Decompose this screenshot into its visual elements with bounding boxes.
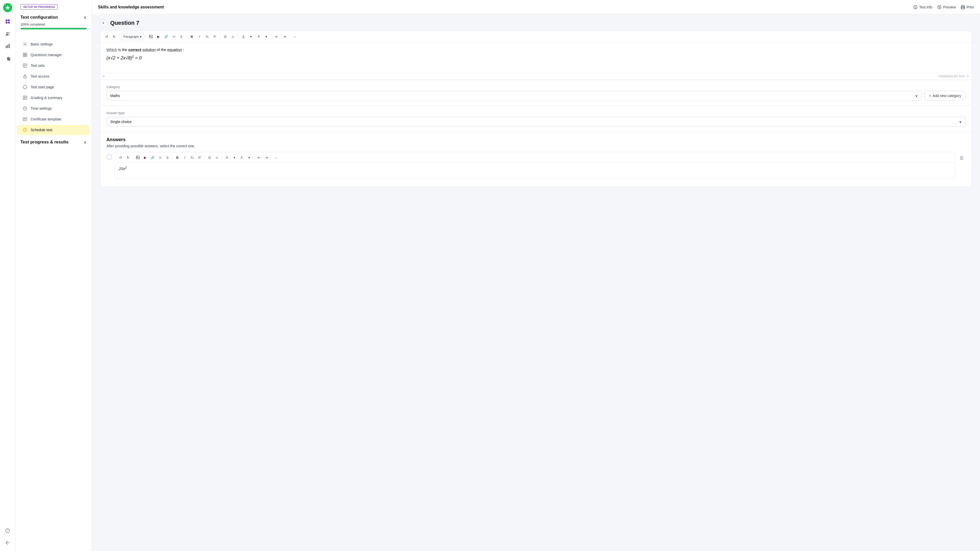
questions-manager-icon — [22, 52, 27, 57]
analytics-icon[interactable] — [3, 41, 13, 51]
progress-label: 100% completed — [21, 22, 86, 26]
link-button[interactable]: 🔗 — [162, 33, 170, 40]
undo-button[interactable]: ↺ — [103, 33, 110, 40]
preview-button[interactable]: Preview — [937, 5, 956, 9]
answer-highlight-chevron[interactable]: ▾ — [245, 154, 253, 161]
paragraph-select[interactable]: Paragraph ▾ — [121, 33, 144, 40]
answer-type-value: Single choice — [110, 120, 131, 124]
toolbar-separator-2 — [145, 34, 146, 39]
answer-content-1[interactable]: 25x2 — [115, 163, 955, 178]
delete-answer-1-button[interactable] — [958, 154, 966, 162]
answer-italic[interactable]: I — [181, 154, 188, 161]
answer-video[interactable]: ▶ — [142, 154, 149, 161]
editor-content[interactable]: Which is the correct solution of the equ… — [100, 42, 972, 73]
font-color-button[interactable]: A — [240, 33, 247, 40]
highlight-button[interactable]: A — [255, 33, 262, 40]
answer-redo[interactable]: ↻ — [124, 154, 131, 161]
highlight-chevron[interactable]: ▾ — [263, 33, 270, 40]
schedule-test-icon — [22, 127, 27, 132]
sidebar-item-basic-settings[interactable]: Basic settings — [18, 39, 89, 49]
schedule-test-label: Schedule test — [30, 128, 52, 132]
add-category-button[interactable]: + Add new category — [924, 91, 966, 100]
sidebar-item-test-access[interactable]: Test access — [18, 71, 89, 81]
code-button[interactable]: {} — [178, 33, 185, 40]
answer-radio-1[interactable] — [107, 154, 112, 160]
more-button[interactable]: ··· — [291, 33, 299, 40]
answer-image[interactable] — [134, 154, 142, 161]
test-info-button[interactable]: Test info — [913, 5, 932, 9]
sidebar-item-time-settings[interactable]: Time settings — [18, 104, 89, 113]
indent-out-button[interactable]: ⇤ — [273, 33, 280, 40]
test-progress-section[interactable]: Test progress & results ∨ — [15, 135, 92, 147]
edit-icon[interactable]: ✎ — [967, 75, 969, 78]
answer-font-color[interactable]: A — [223, 154, 231, 161]
question-title: Question 7 — [110, 20, 139, 26]
video-button[interactable]: ▶ — [155, 33, 162, 40]
answer-type-select[interactable]: Single choice ∨ — [107, 117, 966, 127]
svg-rect-14 — [23, 55, 25, 57]
sidebar-item-test-start-page[interactable]: Test start page — [18, 82, 89, 92]
svg-point-11 — [24, 44, 26, 45]
answer-undo[interactable]: ↺ — [117, 154, 124, 161]
svg-text:?: ? — [6, 529, 8, 532]
paragraph-chevron: ▾ — [140, 35, 142, 38]
top-bar: Skills and knowledge assessment Test inf… — [92, 0, 980, 14]
back-nav-icon[interactable] — [3, 538, 13, 548]
sidebar-item-questions-manager[interactable]: Questions manager — [18, 50, 89, 60]
test-access-icon — [22, 74, 27, 79]
print-button[interactable]: Print — [961, 5, 974, 9]
answer-link[interactable]: 🔗 — [149, 154, 156, 161]
sidebar-item-certificate-template[interactable]: Certificate template — [18, 114, 89, 124]
emoji-button[interactable]: ☺ — [229, 33, 237, 40]
answers-title: Answers — [107, 137, 966, 142]
answer-omega[interactable]: Ω — [206, 154, 213, 161]
image-button[interactable] — [147, 33, 154, 40]
sidebar: SETUP IN PROGRESS Test configuration ∧ 1… — [15, 0, 92, 551]
category-chevron-icon: ∨ — [915, 94, 918, 98]
question-editor-card: ↺ ↻ Paragraph ▾ ▶ 🔗 √x {} B I X₂ — [100, 30, 972, 187]
answer-sep-4 — [222, 155, 222, 160]
sidebar-item-test-sets[interactable]: Test sets — [18, 61, 89, 71]
subscript-button[interactable]: X₂ — [204, 33, 211, 40]
app-logo[interactable] — [3, 3, 12, 12]
grading-summary-label: Grading & summary — [30, 96, 62, 100]
math-button[interactable]: √x — [170, 33, 177, 40]
answer-code[interactable]: {} — [164, 154, 171, 161]
back-button[interactable] — [100, 19, 107, 27]
certificate-template-icon — [22, 117, 27, 122]
answer-bold[interactable]: B — [174, 154, 181, 161]
help-icon[interactable]: ? — [3, 526, 13, 536]
svg-rect-25 — [962, 5, 964, 6]
question-header: Question 7 — [92, 14, 980, 30]
icon-bar: ? — [0, 0, 15, 551]
category-select[interactable]: Maths ∨ — [107, 91, 921, 100]
questions-manager-label: Questions manager — [30, 53, 62, 57]
omega-button[interactable]: Ω — [222, 33, 229, 40]
answer-type-section: Answer type Single choice ∨ — [100, 106, 972, 132]
bold-button[interactable]: B — [188, 33, 196, 40]
answer-sub[interactable]: X₂ — [189, 154, 196, 161]
settings-icon[interactable] — [3, 53, 13, 63]
users-icon[interactable] — [3, 29, 13, 39]
answer-emoji[interactable]: ☺ — [213, 154, 221, 161]
answer-indent-out[interactable]: ⇤ — [256, 154, 262, 161]
sidebar-item-schedule-test[interactable]: Schedule test — [18, 125, 89, 135]
test-info-label: Test info — [919, 5, 932, 9]
answer-math[interactable]: √x — [156, 154, 164, 161]
font-color-chevron[interactable]: ▾ — [248, 33, 255, 40]
grid-icon[interactable] — [3, 16, 13, 27]
test-start-page-icon — [22, 84, 27, 89]
answer-more[interactable]: ··· — [273, 154, 280, 161]
answer-highlight[interactable]: A — [238, 154, 245, 161]
superscript-button[interactable]: X² — [211, 33, 218, 40]
sidebar-item-grading-summary[interactable]: Grading & summary — [18, 92, 89, 103]
test-config-section[interactable]: Test configuration ∧ — [21, 15, 86, 20]
indent-in-button[interactable]: ⇥ — [281, 33, 288, 40]
image-icon — [149, 35, 153, 38]
italic-button[interactable]: I — [196, 33, 203, 40]
answer-font-color-chevron[interactable]: ▾ — [231, 154, 238, 161]
svg-rect-26 — [962, 7, 964, 9]
answer-indent-in[interactable]: ⇥ — [263, 154, 270, 161]
answer-sup[interactable]: X² — [196, 154, 203, 161]
redo-button[interactable]: ↻ — [110, 33, 118, 40]
